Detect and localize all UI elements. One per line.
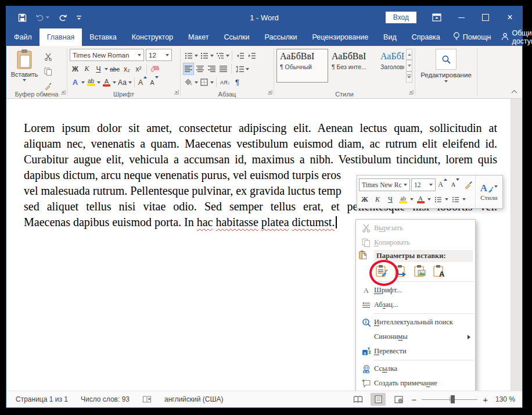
- clipboard-dialog-launcher-icon[interactable]: [60, 87, 66, 97]
- tab-home[interactable]: Главная: [39, 28, 82, 46]
- style-card-heading[interactable]: АаБбВв Заголово...: [377, 49, 405, 83]
- superscript-button[interactable]: x²: [133, 63, 144, 75]
- paste-button[interactable]: Вставить: [9, 49, 40, 92]
- font-name-select[interactable]: Times New Roman: [70, 49, 144, 61]
- mini-bold-button[interactable]: Ж: [359, 193, 371, 206]
- underline-options-icon[interactable]: [105, 68, 108, 70]
- style-card-no-spacing[interactable]: АаБбВвІ ¶ Без инте...: [328, 49, 377, 83]
- tab-layout[interactable]: Макет: [181, 28, 216, 46]
- mini-underline-button[interactable]: Ч: [384, 193, 396, 206]
- zoom-level[interactable]: 130 %: [493, 395, 515, 403]
- minimize-button[interactable]: [449, 9, 473, 26]
- font-size-select[interactable]: 12: [146, 49, 172, 61]
- word-count[interactable]: Число слов: 93: [81, 395, 130, 403]
- tab-design[interactable]: Конструктор: [124, 28, 181, 46]
- menu-item-paragraph[interactable]: Абзац...: [356, 298, 475, 312]
- styles-dialog-launcher-icon[interactable]: [408, 87, 414, 97]
- menu-item-cut[interactable]: Вырезать: [356, 221, 475, 235]
- sort-icon[interactable]: АЯ↓: [219, 76, 231, 88]
- undo-icon[interactable]: [35, 13, 49, 22]
- decrease-indent-icon[interactable]: [235, 49, 246, 62]
- assistant-item[interactable]: Помощн: [448, 32, 497, 42]
- tab-review[interactable]: Рецензирование: [305, 28, 376, 46]
- shrink-font-button[interactable]: А: [149, 76, 160, 88]
- menu-item-synonyms[interactable]: Синонимы: [356, 330, 475, 344]
- underline-button[interactable]: Ч: [93, 63, 104, 75]
- tab-help[interactable]: Справка: [404, 28, 448, 46]
- tab-mailings[interactable]: Рассылки: [257, 28, 304, 46]
- editing-button[interactable]: [436, 49, 456, 70]
- mini-font-color-button[interactable]: А: [415, 193, 426, 206]
- line-spacing-icon[interactable]: [234, 63, 245, 75]
- menu-item-smart-lookup[interactable]: Интеллектуальный поиск: [356, 315, 475, 330]
- highlight-button[interactable]: ab: [85, 76, 96, 88]
- change-case-button[interactable]: Аа: [117, 76, 128, 88]
- paste-keep-formatting-button[interactable]: [374, 264, 390, 279]
- print-layout-button[interactable]: [371, 393, 386, 406]
- paragraph-dialog-launcher-icon[interactable]: [267, 87, 272, 97]
- borders-icon[interactable]: [199, 76, 210, 88]
- mini-bullets-icon[interactable]: [432, 193, 444, 206]
- page-indicator[interactable]: Страница 1 из 1: [16, 395, 68, 403]
- paste-merge-formatting-button[interactable]: [393, 264, 409, 279]
- redo-icon[interactable]: [58, 13, 67, 22]
- mini-highlight-button[interactable]: ab: [397, 193, 409, 206]
- styles-more-icon[interactable]: [406, 71, 412, 83]
- paste-text-only-button[interactable]: А: [432, 264, 447, 279]
- text-effects-button[interactable]: А: [70, 76, 81, 88]
- ribbon-collapse-icon[interactable]: [511, 85, 517, 96]
- multilevel-list-icon[interactable]: [214, 49, 225, 62]
- clear-formatting-icon[interactable]: [149, 63, 161, 75]
- menu-item-new-comment[interactable]: Создать примечание: [356, 376, 475, 391]
- read-mode-button[interactable]: [350, 393, 365, 406]
- menu-item-font[interactable]: А Шрифт...: [356, 283, 475, 298]
- strikethrough-button[interactable]: abc: [109, 63, 121, 75]
- tab-view[interactable]: Вид: [376, 28, 404, 46]
- show-marks-button[interactable]: ¶: [232, 76, 243, 88]
- mini-format-painter-icon[interactable]: [462, 178, 474, 191]
- align-left-icon[interactable]: [183, 63, 194, 75]
- mini-italic-button[interactable]: К: [372, 193, 383, 206]
- mini-numbering-icon[interactable]: [450, 193, 461, 206]
- grow-font-button[interactable]: А: [137, 76, 148, 88]
- tab-insert[interactable]: Вставка: [82, 28, 124, 46]
- language-indicator[interactable]: английский (США): [164, 395, 223, 403]
- justify-icon[interactable]: [218, 63, 229, 75]
- align-right-icon[interactable]: [206, 63, 217, 75]
- copy-icon[interactable]: [42, 65, 53, 77]
- bullets-icon[interactable]: [183, 49, 194, 62]
- menu-item-copy[interactable]: Копировать: [356, 235, 475, 250]
- maximize-button[interactable]: [473, 9, 498, 26]
- cut-icon[interactable]: [42, 51, 53, 63]
- save-icon[interactable]: [18, 13, 27, 22]
- mini-grow-font-button[interactable]: А: [437, 178, 448, 191]
- share-item[interactable]: Общий доступ: [496, 29, 532, 45]
- web-layout-button[interactable]: [391, 393, 406, 406]
- document-area[interactable]: Lorem ipsum dolor sit amet, consectetur …: [6, 99, 522, 391]
- ribbon-display-options-icon[interactable]: [425, 9, 449, 26]
- vertical-scrollbar[interactable]: [511, 99, 522, 391]
- zoom-in-button[interactable]: +: [483, 395, 488, 404]
- zoom-slider[interactable]: [422, 395, 477, 403]
- editing-dropdown-icon[interactable]: [444, 80, 448, 83]
- close-button[interactable]: ×: [498, 9, 522, 26]
- mini-font-name-select[interactable]: Times New Rc: [359, 178, 410, 191]
- align-center-icon[interactable]: [195, 63, 206, 75]
- qat-customize-icon[interactable]: [76, 15, 82, 20]
- increase-indent-icon[interactable]: [246, 49, 257, 62]
- mini-shrink-font-button[interactable]: А: [450, 178, 461, 191]
- zoom-slider-thumb[interactable]: [451, 395, 455, 403]
- styles-scroll-up-icon[interactable]: [406, 49, 412, 60]
- italic-button[interactable]: К: [81, 63, 92, 75]
- paste-picture-button[interactable]: [412, 264, 428, 279]
- proofing-icon[interactable]: [142, 395, 152, 403]
- styles-scroll-down-icon[interactable]: [406, 60, 412, 71]
- shading-icon[interactable]: [183, 76, 194, 88]
- mini-font-size-select[interactable]: 12: [411, 178, 436, 191]
- zoom-out-button[interactable]: −: [411, 395, 416, 404]
- signin-button[interactable]: Вход: [386, 12, 416, 23]
- subscript-button[interactable]: x₂: [121, 63, 132, 75]
- font-color-button[interactable]: А: [101, 76, 112, 88]
- tab-file[interactable]: Файл: [6, 28, 39, 46]
- bold-button[interactable]: Ж: [70, 63, 81, 75]
